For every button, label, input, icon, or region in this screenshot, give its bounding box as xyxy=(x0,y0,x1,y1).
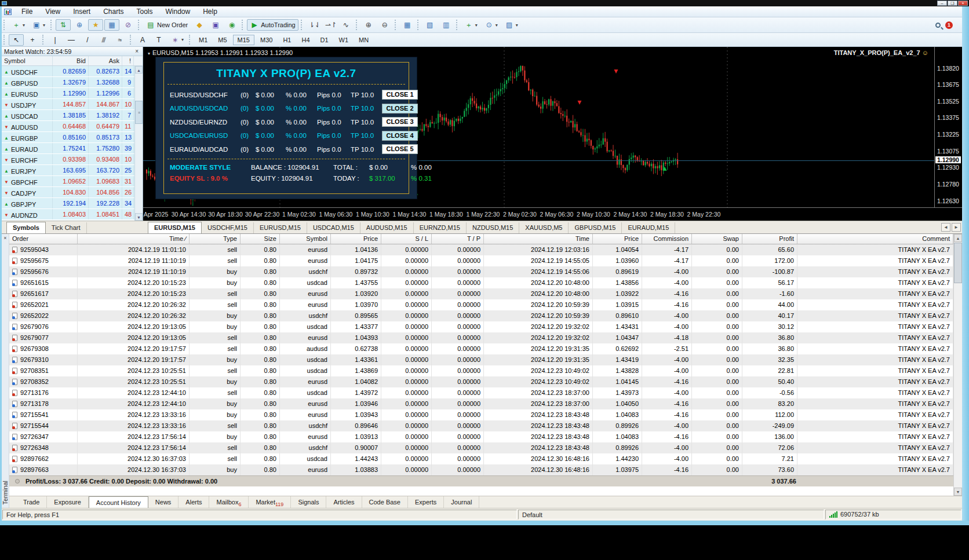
chart-tab[interactable]: EURNZD,M15 xyxy=(414,222,467,234)
market-watch-row[interactable]: ▼GBPCHF1.096521.0968331 xyxy=(2,176,135,187)
chart-tab[interactable]: EURUSD,M15 xyxy=(254,222,307,234)
history-row[interactable]: 927131762024.12.23 12:44:10sell0.80usdca… xyxy=(9,387,953,398)
new-chart-button[interactable]: ＋▾ xyxy=(9,19,28,31)
minimize-button[interactable]: – xyxy=(937,1,947,6)
market-watch-row[interactable]: ▼AUDNZD1.084031.0845148 xyxy=(2,209,135,220)
market-watch-tab-tick-chart[interactable]: Tick Chart xyxy=(46,222,87,234)
indicators-button[interactable]: ＋▾ xyxy=(461,19,480,31)
vertical-line-button[interactable]: | xyxy=(48,34,63,46)
terminal-tab-code-base[interactable]: Code Base xyxy=(362,496,408,509)
menu-item-insert[interactable]: Insert xyxy=(67,6,97,17)
terminal-tab-experts[interactable]: Experts xyxy=(408,496,444,509)
candlestick-type-button[interactable]: ⇀↾ xyxy=(322,19,337,31)
menu-item-file[interactable]: File xyxy=(15,6,39,17)
search-icon[interactable] xyxy=(935,23,941,28)
scroll-down-icon[interactable]: ▼ xyxy=(135,213,143,221)
market-watch-row[interactable]: ▲EURAUD1.752411.7528039 xyxy=(2,143,135,154)
market-watch-col-ask[interactable]: Ask xyxy=(89,56,122,65)
history-col-price[interactable]: Price xyxy=(593,234,642,244)
timeframe-m15-button[interactable]: M15 xyxy=(233,35,254,45)
ea-close-button[interactable]: CLOSE 1 xyxy=(382,90,418,100)
terminal-tab-signals[interactable]: Signals xyxy=(291,496,326,509)
scrollbar-thumb[interactable] xyxy=(954,243,962,283)
terminal-tab-mailbox[interactable]: Mailbox6 xyxy=(209,496,249,509)
history-col-tp[interactable]: T / P xyxy=(432,234,484,244)
scroll-down-icon[interactable]: ▼ xyxy=(954,488,962,496)
market-watch-close-icon[interactable]: × xyxy=(133,48,140,54)
history-col-commission[interactable]: Commission xyxy=(642,234,692,244)
ea-close-button[interactable]: CLOSE 3 xyxy=(382,117,418,127)
new-order-button[interactable]: ▤New Order xyxy=(143,19,191,31)
crosshair-button[interactable]: + xyxy=(25,34,40,46)
fibonacci-button[interactable]: ≈ xyxy=(112,34,128,46)
history-col-time[interactable]: Time ∕ xyxy=(78,234,190,244)
market-watch-col-symbol[interactable]: Symbol xyxy=(2,56,53,65)
history-row[interactable]: 927155442024.12.23 13:33:16sell0.80usdch… xyxy=(9,420,953,431)
mql-community-button[interactable]: ▣ xyxy=(208,19,223,31)
tabs-scroll-left-icon[interactable]: ◄ xyxy=(941,223,950,232)
history-row[interactable]: 926516172024.12.20 10:15:23sell0.80eurus… xyxy=(9,288,953,299)
notification-badge[interactable]: 1 xyxy=(945,21,953,29)
timeframe-d1-button[interactable]: D1 xyxy=(316,35,333,45)
ea-close-button[interactable]: CLOSE 5 xyxy=(382,144,418,154)
history-row[interactable]: 927263482024.12.23 17:56:14sell0.80usdch… xyxy=(9,442,953,453)
dropdown-arrow-icon[interactable]: ▾ xyxy=(475,23,478,28)
history-col-sl[interactable]: S / L xyxy=(381,234,432,244)
market-watch-button[interactable]: ⇅ xyxy=(56,19,71,31)
menu-item-charts[interactable]: Charts xyxy=(97,6,130,17)
profiles-button[interactable]: ▣▾ xyxy=(29,19,48,31)
history-col-comment[interactable]: Comment xyxy=(797,234,953,244)
zoom-in-button[interactable]: ⊕ xyxy=(361,19,376,31)
cascade-windows-button[interactable]: ▧ xyxy=(422,19,438,31)
history-row[interactable]: 928976632024.12.30 16:37:03buy0.80eurusd… xyxy=(9,464,953,475)
history-col-symbol[interactable]: Symbol xyxy=(280,234,331,244)
ea-close-button[interactable]: CLOSE 2 xyxy=(382,104,418,114)
history-row[interactable]: 926793102024.12.20 19:17:57buy0.80usdcad… xyxy=(9,354,953,365)
timeframe-m1-button[interactable]: M1 xyxy=(194,35,212,45)
bar-chart-type-button[interactable]: ⇂⇃ xyxy=(306,19,321,31)
history-col-type[interactable]: Type xyxy=(190,234,241,244)
terminal-tab-trade[interactable]: Trade xyxy=(16,496,47,509)
menu-item-tools[interactable]: Tools xyxy=(130,6,159,17)
zoom-out-button[interactable]: ⊖ xyxy=(377,19,392,31)
history-col-time[interactable]: Time xyxy=(484,234,593,244)
market-watch-row[interactable]: ▲GBPJPY192.194192.22834 xyxy=(2,198,135,209)
market-watch-row[interactable]: ▲EURGBP0.851600.8517313 xyxy=(2,132,135,143)
market-watch-tab-symbols[interactable]: Symbols xyxy=(6,222,46,234)
cursor-button[interactable]: ↖ xyxy=(9,34,24,46)
history-row[interactable]: 926790772024.12.20 19:13:05sell0.80eurus… xyxy=(9,332,953,343)
history-scrollbar[interactable]: ▲ ▼ xyxy=(953,234,962,496)
history-row[interactable]: 927083512024.12.23 10:25:51sell0.80usdca… xyxy=(9,365,953,376)
close-button[interactable]: × xyxy=(958,1,968,6)
terminal-button[interactable]: ▦ xyxy=(104,19,119,31)
chart-tab[interactable]: NZDUSD,M15 xyxy=(467,222,519,234)
timeframe-h4-button[interactable]: H4 xyxy=(297,35,314,45)
market-watch-row[interactable]: ▼CADJPY104.830104.85626 xyxy=(2,187,135,198)
history-col-price[interactable]: Price xyxy=(331,234,381,244)
arrange-windows-button[interactable]: ▥ xyxy=(439,19,454,31)
text-button[interactable]: A xyxy=(135,34,150,46)
history-col-size[interactable]: Size xyxy=(241,234,280,244)
data-window-button[interactable]: ⊕ xyxy=(72,19,87,31)
maximize-button[interactable]: ❏ xyxy=(948,1,957,6)
chart-tab[interactable]: XAUUSD,M5 xyxy=(519,222,569,234)
chart-window[interactable]: ▾EURUSD,M15 1.12953 1.12991 1.12933 1.12… xyxy=(143,47,962,221)
periods-button[interactable]: ⊙▾ xyxy=(482,19,501,31)
history-row[interactable]: 928976622024.12.30 16:37:03sell0.80usdca… xyxy=(9,453,953,464)
metaeditor-button[interactable]: ◆ xyxy=(192,19,207,31)
arrows-tool-button[interactable]: ∗▾ xyxy=(167,34,187,46)
market-watch-scrollbar[interactable]: ▲ ≡ ▼ xyxy=(134,66,143,221)
scrollbar-thumb[interactable]: ≡ xyxy=(135,101,143,124)
timeframe-mn-button[interactable]: MN xyxy=(354,35,373,45)
dropdown-arrow-icon[interactable]: ▾ xyxy=(181,37,184,42)
scroll-up-icon[interactable]: ▲ xyxy=(954,234,962,242)
history-col-order[interactable]: Order xyxy=(9,234,78,244)
market-watch-row[interactable]: ▲EURUSD1.129901.129966 xyxy=(2,88,135,99)
market-watch-row[interactable]: ▲EURJPY163.695163.72025 xyxy=(2,165,135,176)
tile-windows-button[interactable]: ▦ xyxy=(400,19,415,31)
terminal-tab-exposure[interactable]: Exposure xyxy=(47,496,88,509)
history-row[interactable]: 925956752024.12.19 11:10:19sell0.80eurus… xyxy=(9,255,953,266)
scroll-up-icon[interactable]: ▲ xyxy=(135,66,143,74)
menu-item-help[interactable]: Help xyxy=(196,6,224,17)
history-row[interactable]: 925956762024.12.19 11:10:19buy0.80usdchf… xyxy=(9,266,953,277)
